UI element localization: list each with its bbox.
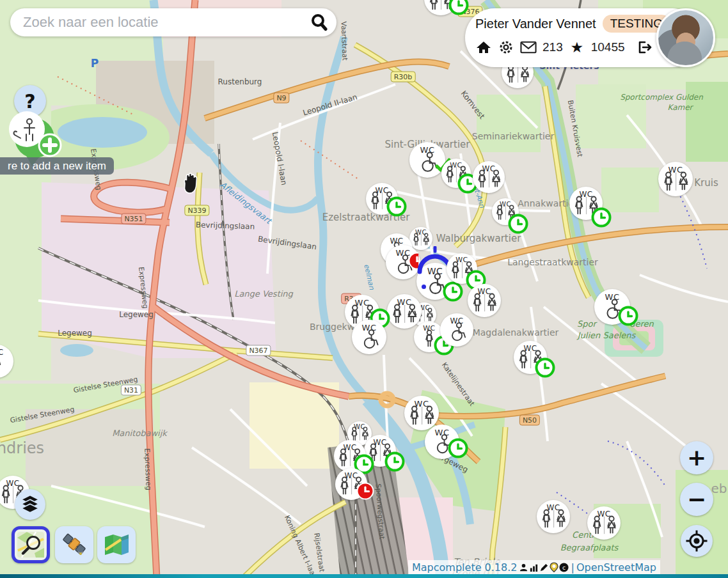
map-marker-toilet-pair[interactable]: WC (409, 227, 432, 250)
search-input[interactable] (22, 13, 308, 31)
attribution-separator: | (571, 561, 574, 574)
toilet-pair-icon (472, 293, 497, 316)
toilet-pair-icon (409, 405, 435, 429)
crosshair-icon (685, 529, 708, 552)
user-name: Pieter Vander Vennet (475, 17, 596, 31)
map-marker-toilet-pair[interactable]: WC (404, 396, 439, 430)
map-marker-toilet-pair[interactable]: WC (587, 506, 621, 540)
map-marker-toilet-pair[interactable]: WC (468, 284, 501, 317)
avatar[interactable] (656, 8, 715, 67)
hand-cursor (180, 171, 202, 198)
changeset-count: 10455 (591, 40, 625, 54)
map-marker-toilet-wheelchair[interactable]: WC (352, 320, 386, 354)
toilet-pair-icon (505, 65, 530, 87)
background-foldedmap-button[interactable] (97, 526, 136, 563)
layers-icon (19, 494, 41, 515)
opening-hours-open-badge[interactable] (619, 306, 638, 326)
opening-hours-open-badge[interactable] (592, 208, 612, 228)
background-osm-button[interactable] (12, 526, 50, 563)
toilet-pair-icon (392, 304, 418, 327)
opening-hours-open-badge[interactable] (509, 214, 528, 234)
star-icon[interactable]: ★ (569, 39, 585, 56)
home-icon[interactable] (475, 39, 492, 56)
zoom-out-button[interactable]: − (680, 483, 713, 516)
app-version[interactable]: Mapcomplete 0.18.2 (412, 561, 517, 574)
add-item-tooltip: re to add a new item (0, 157, 114, 175)
toilet-pair-icon (477, 169, 501, 192)
edit-pencil-icon[interactable] (539, 563, 549, 572)
location-search-bar[interactable] (10, 8, 336, 36)
background-satellite-button[interactable] (55, 526, 93, 563)
folded-map-icon (102, 532, 131, 558)
opening-hours-open-badge[interactable] (443, 282, 463, 302)
svg-text:c: c (562, 563, 566, 570)
toilet-single-icon (0, 354, 10, 377)
zoom-out-label: − (687, 488, 706, 511)
toilet-pair-icon (592, 515, 617, 538)
theme-pin-icon[interactable] (550, 562, 558, 572)
satellite-icon (60, 531, 88, 558)
zoom-in-label: + (687, 446, 706, 469)
map-marker-toilet-pair[interactable]: WC (473, 161, 505, 193)
stats-icon[interactable] (529, 563, 539, 572)
toilet-wheelchair-icon (356, 329, 383, 353)
gear-icon[interactable] (498, 39, 514, 56)
map-marker-toilet-wheelchair[interactable]: WC (440, 313, 473, 347)
zoom-in-button[interactable]: + (680, 441, 713, 474)
toilet-pair-icon (413, 233, 430, 249)
message-count: 213 (542, 40, 563, 54)
layers-button[interactable] (15, 489, 45, 520)
osm-map-icon (17, 531, 45, 558)
toilet-pair-icon (663, 171, 689, 195)
toilet-wheelchair-icon (445, 322, 470, 345)
search-icon[interactable] (308, 12, 330, 33)
opening-hours-closed-badge[interactable] (357, 483, 374, 500)
opening-hours-open-badge[interactable] (385, 452, 405, 472)
map-marker-toilet-pair[interactable]: WC (658, 162, 693, 196)
contributors-icon[interactable] (519, 563, 528, 572)
opening-hours-open-badge[interactable] (535, 358, 555, 378)
opening-hours-open-badge[interactable] (448, 439, 468, 458)
mail-icon[interactable] (520, 39, 537, 56)
map-marker-toilet-pair[interactable]: WC (387, 294, 422, 329)
attribution-bar: Mapcomplete 0.18.2 c | OpenStreetMap (408, 560, 660, 574)
bottom-accent-bar (0, 574, 728, 578)
osm-link[interactable]: OpenStreetMap (576, 561, 656, 574)
toilet-pair-icon (541, 509, 566, 532)
logout-icon[interactable] (636, 39, 653, 56)
geolocate-button[interactable] (681, 525, 713, 557)
opening-hours-open-badge[interactable] (387, 197, 407, 217)
map-marker-toilet-pair[interactable]: WC (537, 500, 570, 533)
map-canvas[interactable]: RustenburgBrugge-Sint-PietersPSint-Gilli… (0, 0, 728, 578)
license-icon[interactable]: c (559, 563, 569, 572)
